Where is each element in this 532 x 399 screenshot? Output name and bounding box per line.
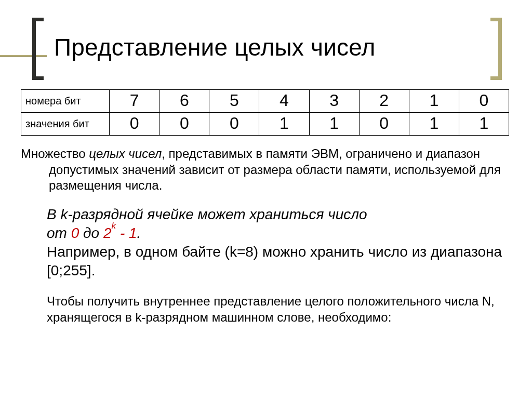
- text: .: [137, 225, 141, 241]
- bit-value-cell: 1: [409, 113, 459, 136]
- slide-title: Представление целых чисел: [54, 33, 376, 61]
- table-row: номера бит 7 6 5 4 3 2 1 0: [21, 90, 509, 113]
- text-line: Например, в одном байте (k=8) можно хран…: [47, 243, 511, 280]
- text-line: В k-разрядной ячейке может храниться чис…: [47, 205, 511, 224]
- bit-value-cell: 1: [459, 113, 509, 136]
- bit-value-cell: 0: [110, 113, 159, 136]
- bit-number-cell: 7: [110, 90, 159, 113]
- bit-value-cell: 1: [309, 113, 359, 136]
- tail: - 1: [116, 225, 137, 241]
- bit-value-cell: 0: [159, 113, 209, 136]
- italic-term: целых чисел: [89, 147, 162, 161]
- bit-number-cell: 4: [259, 90, 309, 113]
- bit-number-cell: 6: [159, 90, 209, 113]
- right-bracket-decoration: [488, 18, 502, 80]
- bit-number-cell: 2: [359, 90, 409, 113]
- row-label-bit-values: значения бит: [21, 113, 110, 136]
- text: Множество: [21, 147, 89, 161]
- paragraph-3: Чтобы получить внутреннее представление …: [21, 294, 511, 325]
- left-bracket-decoration: [32, 18, 46, 80]
- highlight-power: 2k - 1: [103, 225, 137, 241]
- bit-number-cell: 0: [459, 90, 509, 113]
- bit-number-cell: 5: [209, 90, 259, 113]
- bit-value-cell: 0: [209, 113, 259, 136]
- table-row: значения бит 0 0 0 1 1 0 1 1: [21, 113, 509, 136]
- paragraph-1: Множество целых чисел, представимых в па…: [21, 146, 511, 194]
- bit-number-cell: 1: [409, 90, 459, 113]
- exponent: k: [111, 220, 116, 231]
- bit-number-cell: 3: [309, 90, 359, 113]
- text: до: [79, 225, 103, 241]
- bit-table: номера бит 7 6 5 4 3 2 1 0 значения бит …: [21, 89, 509, 136]
- paragraph-2: В k-разрядной ячейке может храниться чис…: [21, 205, 511, 280]
- highlight-zero: 0: [71, 225, 79, 241]
- title-block: Представление целых чисел: [21, 18, 511, 80]
- text: от: [47, 225, 71, 241]
- row-label-bit-numbers: номера бит: [21, 90, 110, 113]
- bit-value-cell: 0: [359, 113, 409, 136]
- bit-value-cell: 1: [259, 113, 309, 136]
- base: 2: [103, 225, 112, 241]
- text-line: от 0 до 2k - 1.: [47, 224, 511, 243]
